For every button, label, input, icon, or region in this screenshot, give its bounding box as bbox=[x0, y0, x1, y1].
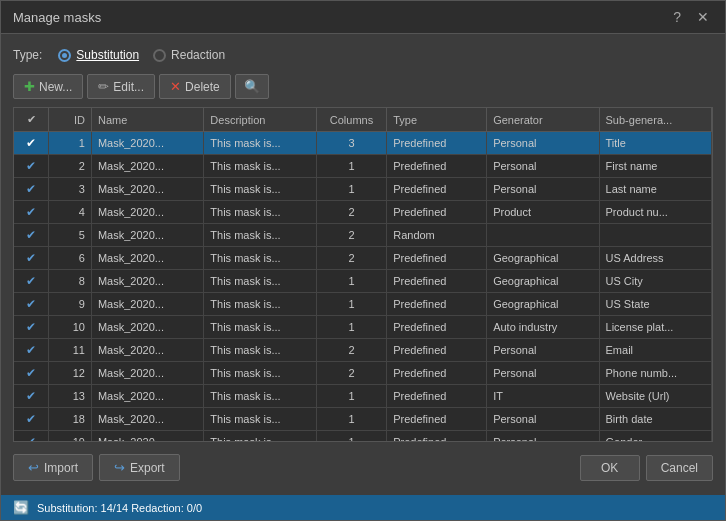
row-check[interactable]: ✔ bbox=[14, 408, 49, 431]
row-check[interactable]: ✔ bbox=[14, 293, 49, 316]
row-check[interactable]: ✔ bbox=[14, 132, 49, 155]
new-icon: ✚ bbox=[24, 79, 35, 94]
row-check[interactable]: ✔ bbox=[14, 270, 49, 293]
import-export-group: ↩ Import ↪ Export bbox=[13, 454, 180, 481]
row-subgenerator: Email bbox=[599, 339, 711, 362]
edit-button[interactable]: ✏ Edit... bbox=[87, 74, 155, 99]
row-generator: Geographical bbox=[487, 247, 599, 270]
header-name[interactable]: Name bbox=[91, 108, 203, 132]
row-type: Predefined bbox=[387, 362, 487, 385]
export-button[interactable]: ↪ Export bbox=[99, 454, 180, 481]
row-check[interactable]: ✔ bbox=[14, 224, 49, 247]
row-check[interactable]: ✔ bbox=[14, 339, 49, 362]
delete-button[interactable]: ✕ Delete bbox=[159, 74, 231, 99]
row-description: This mask is... bbox=[204, 201, 316, 224]
table-header-row: ✔ ID Name Description Columns Type Gener… bbox=[14, 108, 712, 132]
row-check[interactable]: ✔ bbox=[14, 316, 49, 339]
row-subgenerator: US Address bbox=[599, 247, 711, 270]
status-icon: 🔄 bbox=[13, 500, 29, 515]
cancel-button[interactable]: Cancel bbox=[646, 455, 713, 481]
header-generator[interactable]: Generator bbox=[487, 108, 599, 132]
table-row[interactable]: ✔18Mask_2020...This mask is...1Predefine… bbox=[14, 408, 712, 431]
row-id: 2 bbox=[49, 155, 91, 178]
table-row[interactable]: ✔2Mask_2020...This mask is...1Predefined… bbox=[14, 155, 712, 178]
import-button[interactable]: ↩ Import bbox=[13, 454, 93, 481]
ok-button[interactable]: OK bbox=[580, 455, 640, 481]
row-generator: Personal bbox=[487, 132, 599, 155]
row-check[interactable]: ✔ bbox=[14, 362, 49, 385]
header-type[interactable]: Type bbox=[387, 108, 487, 132]
table-row[interactable]: ✔12Mask_2020...This mask is...2Predefine… bbox=[14, 362, 712, 385]
row-name: Mask_2020... bbox=[91, 178, 203, 201]
row-description: This mask is... bbox=[204, 293, 316, 316]
table-row[interactable]: ✔13Mask_2020...This mask is...1Predefine… bbox=[14, 385, 712, 408]
row-subgenerator: US State bbox=[599, 293, 711, 316]
header-subgenerator[interactable]: Sub-genera... bbox=[599, 108, 711, 132]
header-columns[interactable]: Columns bbox=[316, 108, 386, 132]
row-generator: Personal bbox=[487, 431, 599, 443]
row-id: 8 bbox=[49, 270, 91, 293]
row-type: Predefined bbox=[387, 293, 487, 316]
row-name: Mask_2020... bbox=[91, 132, 203, 155]
row-description: This mask is... bbox=[204, 247, 316, 270]
export-label: Export bbox=[130, 461, 165, 475]
row-type: Predefined bbox=[387, 201, 487, 224]
row-columns: 1 bbox=[316, 316, 386, 339]
row-type: Predefined bbox=[387, 247, 487, 270]
substitution-radio[interactable]: Substitution bbox=[58, 48, 139, 62]
import-label: Import bbox=[44, 461, 78, 475]
row-name: Mask_2020... bbox=[91, 316, 203, 339]
row-generator: IT bbox=[487, 385, 599, 408]
table-row[interactable]: ✔10Mask_2020...This mask is...1Predefine… bbox=[14, 316, 712, 339]
row-id: 6 bbox=[49, 247, 91, 270]
header-description[interactable]: Description bbox=[204, 108, 316, 132]
row-id: 10 bbox=[49, 316, 91, 339]
table-row[interactable]: ✔1Mask_2020...This mask is...3Predefined… bbox=[14, 132, 712, 155]
row-check[interactable]: ✔ bbox=[14, 155, 49, 178]
row-generator: Geographical bbox=[487, 293, 599, 316]
table-row[interactable]: ✔6Mask_2020...This mask is...2Predefined… bbox=[14, 247, 712, 270]
masks-table-container[interactable]: ✔ ID Name Description Columns Type Gener… bbox=[13, 107, 713, 442]
row-columns: 2 bbox=[316, 362, 386, 385]
header-id[interactable]: ID bbox=[49, 108, 91, 132]
row-columns: 1 bbox=[316, 408, 386, 431]
row-id: 12 bbox=[49, 362, 91, 385]
row-name: Mask_2020... bbox=[91, 270, 203, 293]
status-bar: 🔄 Substitution: 14/14 Redaction: 0/0 bbox=[1, 495, 725, 520]
table-row[interactable]: ✔4Mask_2020...This mask is...2Predefined… bbox=[14, 201, 712, 224]
row-subgenerator: Website (Url) bbox=[599, 385, 711, 408]
table-row[interactable]: ✔3Mask_2020...This mask is...1Predefined… bbox=[14, 178, 712, 201]
status-text: Substitution: 14/14 Redaction: 0/0 bbox=[37, 502, 202, 514]
redaction-label: Redaction bbox=[171, 48, 225, 62]
row-description: This mask is... bbox=[204, 155, 316, 178]
table-row[interactable]: ✔5Mask_2020...This mask is...2Random bbox=[14, 224, 712, 247]
row-description: This mask is... bbox=[204, 132, 316, 155]
row-generator: Auto industry bbox=[487, 316, 599, 339]
row-check[interactable]: ✔ bbox=[14, 385, 49, 408]
row-columns: 2 bbox=[316, 201, 386, 224]
row-check[interactable]: ✔ bbox=[14, 178, 49, 201]
row-generator: Personal bbox=[487, 178, 599, 201]
row-type: Random bbox=[387, 224, 487, 247]
row-id: 13 bbox=[49, 385, 91, 408]
table-row[interactable]: ✔9Mask_2020...This mask is...1Predefined… bbox=[14, 293, 712, 316]
close-button[interactable]: ✕ bbox=[693, 9, 713, 25]
row-generator: Geographical bbox=[487, 270, 599, 293]
new-button[interactable]: ✚ New... bbox=[13, 74, 83, 99]
table-row[interactable]: ✔11Mask_2020...This mask is...2Predefine… bbox=[14, 339, 712, 362]
row-name: Mask_2020... bbox=[91, 247, 203, 270]
row-description: This mask is... bbox=[204, 362, 316, 385]
row-name: Mask_2020... bbox=[91, 385, 203, 408]
help-button[interactable]: ? bbox=[669, 9, 685, 25]
row-type: Predefined bbox=[387, 155, 487, 178]
row-check[interactable]: ✔ bbox=[14, 431, 49, 443]
table-row[interactable]: ✔19Mask_2020...This mask is...1Predefine… bbox=[14, 431, 712, 443]
redaction-radio[interactable]: Redaction bbox=[153, 48, 225, 62]
row-check[interactable]: ✔ bbox=[14, 247, 49, 270]
row-type: Predefined bbox=[387, 385, 487, 408]
row-check[interactable]: ✔ bbox=[14, 201, 49, 224]
table-row[interactable]: ✔8Mask_2020...This mask is...1Predefined… bbox=[14, 270, 712, 293]
search-button[interactable]: 🔍 bbox=[235, 74, 269, 99]
row-generator: Personal bbox=[487, 155, 599, 178]
row-description: This mask is... bbox=[204, 316, 316, 339]
